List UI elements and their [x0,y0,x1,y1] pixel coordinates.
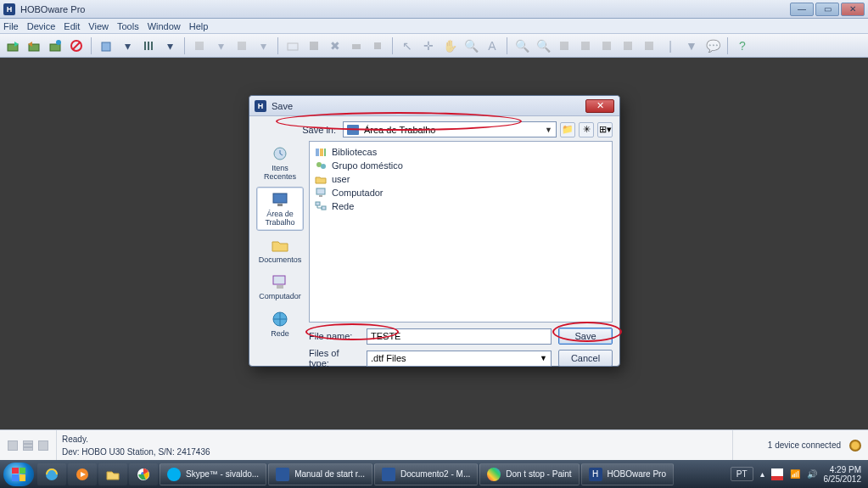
savein-label: Save in: [299,125,336,135]
toolbar-dropdown-2[interactable]: ▾ [160,36,179,55]
word-icon [276,468,289,481]
menu-help[interactable]: Help [189,21,209,31]
menu-tools[interactable]: Tools [117,21,139,31]
menu-device[interactable]: Device [27,21,56,31]
file-list[interactable]: Bibliotecas Grupo doméstico user Computa… [309,141,613,323]
svg-rect-36 [316,202,320,205]
list-item[interactable]: user [315,172,607,186]
list-item[interactable]: Grupo doméstico [315,159,607,172]
toolbar-stop-icon[interactable] [67,36,86,55]
svg-rect-8 [102,42,110,51]
toolbar-disabled-1 [190,36,209,55]
homegroup-icon [315,160,327,171]
filetype-label: Files of type: [309,348,360,368]
toolbar-readout-icon[interactable] [25,36,43,55]
list-item[interactable]: Bibliotecas [315,145,607,159]
toolbar-dropdown-1[interactable]: ▾ [118,36,137,55]
filetype-select[interactable]: .dtf Files ▼ [367,351,552,367]
desktop-icon [347,125,359,135]
toolbar-launch-icon[interactable] [3,36,22,55]
taskbar-item-paint[interactable]: Don t stop - Paint [479,463,579,485]
sidebar-item-label: Rede [271,330,289,339]
list-item[interactable]: Computador [315,186,607,199]
menu-view[interactable]: View [88,21,109,31]
menu-file[interactable]: File [3,21,19,31]
toolbar-close-icon: ✖ [326,36,344,55]
save-dialog: H Save ✕ Save in: Área de Trabalho ▼ 📁 ✳… [249,95,620,367]
bee-icon [849,440,861,452]
start-button[interactable] [3,463,34,486]
close-button[interactable]: ✕ [841,3,865,16]
taskbar-item-word-1[interactable]: Manual de start r... [268,463,372,485]
taskbar-item-skype[interactable]: Skype™ - sivaldo... [160,463,266,485]
dialog-icon: H [255,100,266,112]
svg-rect-16 [352,44,361,49]
svg-rect-14 [288,43,298,50]
maximize-button[interactable]: ▭ [815,3,839,16]
skype-icon [167,468,181,481]
computer-icon [269,272,291,291]
toolbar-text-icon: A [483,36,501,55]
network-globe-icon [269,310,291,328]
system-tray: PT ▴ 📶 🔊 4:29 PM 6/25/2012 [731,465,865,484]
lang-indicator[interactable]: PT [731,467,753,481]
svg-rect-18 [560,42,568,50]
svg-rect-27 [277,285,283,289]
places-sidebar: Itens Recentes Área de Trabalho Document… [256,141,304,323]
toolbar-crosshair-icon: ✛ [419,36,438,55]
svg-rect-31 [324,149,326,156]
tray-volume-icon[interactable]: 🔊 [807,469,817,479]
svg-rect-13 [238,42,246,50]
pinned-ie-icon[interactable] [37,463,66,485]
taskbar-item-word-2[interactable]: Documento2 - M... [374,463,478,485]
svg-rect-25 [277,204,283,206]
view-menu-button[interactable]: ⊞▾ [597,122,613,137]
sidebar-item-label: Área de Trabalho [257,210,303,227]
sidebar-item-computer[interactable]: Computador [256,269,304,305]
app-title: HOBOware Pro [20,4,85,14]
paint-icon [487,468,501,481]
pinned-chrome-icon[interactable] [129,463,158,485]
save-button[interactable]: Save [558,328,613,345]
sidebar-item-network[interactable]: Rede [256,306,304,342]
svg-rect-34 [316,188,325,194]
tray-up-icon[interactable]: ▴ [760,469,764,479]
status-view-icon-2[interactable] [23,440,33,451]
savein-combo[interactable]: Área de Trabalho ▼ [343,121,557,137]
cancel-button[interactable]: Cancel [558,350,613,367]
toolbar-settings-icon[interactable] [139,36,158,55]
status-view-icon-1[interactable] [8,440,18,451]
sidebar-item-desktop[interactable]: Área de Trabalho [256,187,304,231]
toolbar-help-icon[interactable]: ? [733,36,752,55]
sidebar-item-documents[interactable]: Documentos [256,233,304,268]
dialog-close-button[interactable]: ✕ [585,99,614,113]
toolbar-grid-4-icon [619,36,637,55]
toolbar-device-icon[interactable] [97,36,115,55]
svg-rect-17 [374,42,381,49]
menu-edit[interactable]: Edit [64,21,80,31]
up-folder-button[interactable]: 📁 [560,122,575,137]
filename-input[interactable] [367,328,552,345]
pinned-wmp-icon[interactable] [68,463,97,485]
toolbar-chat-icon: 💬 [703,36,722,55]
windows-taskbar: Skype™ - sivaldo... Manual de start r...… [0,460,868,488]
menu-window[interactable]: Window [148,21,181,31]
toolbar-grid-2-icon [576,36,595,55]
folder-icon [269,236,291,255]
status-view-icon-3[interactable] [38,440,48,451]
tray-flag-icon[interactable] [771,468,783,480]
status-ready: Ready. [62,435,732,444]
svg-rect-21 [624,42,632,50]
filename-label: File name: [309,331,360,341]
minimize-button[interactable]: — [790,3,814,16]
list-item[interactable]: Rede [315,199,607,213]
pinned-explorer-icon[interactable] [98,463,127,485]
new-folder-button[interactable]: ✳ [579,122,594,137]
savein-value: Área de Trabalho [364,125,435,135]
taskbar-item-hoboware[interactable]: H HOBOware Pro [581,463,674,485]
tray-clock[interactable]: 4:29 PM 6/25/2012 [824,465,862,484]
toolbar-funnel-icon: ▼ [682,36,701,55]
toolbar-status-icon[interactable] [46,36,64,55]
tray-network-icon[interactable]: 📶 [790,469,800,479]
sidebar-item-recent[interactable]: Itens Recentes [256,141,304,185]
